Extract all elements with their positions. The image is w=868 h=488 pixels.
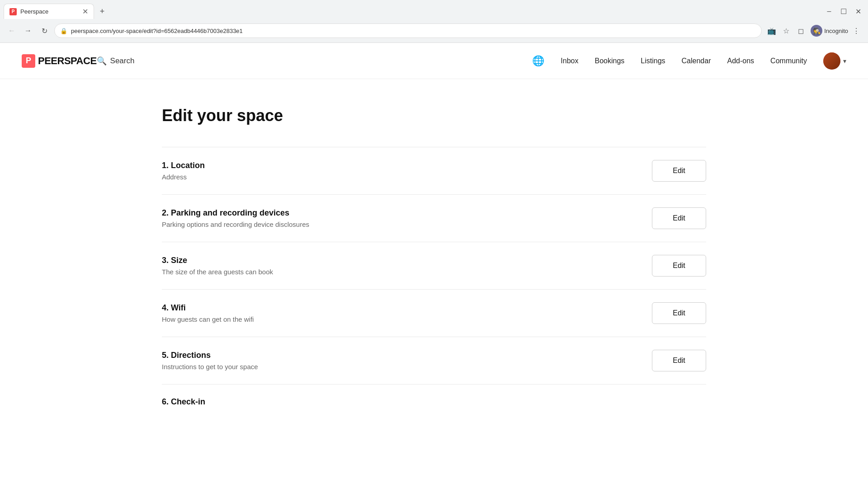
section-info-location: 1. Location Address	[162, 161, 652, 181]
section-info-checkin: 6. Check-in	[162, 397, 706, 409]
section-size: 3. Size The size of the area guests can …	[162, 242, 706, 289]
edit-parking-button[interactable]: Edit	[652, 207, 706, 229]
nav-addons[interactable]: Add-ons	[727, 57, 755, 65]
globe-icon[interactable]: 🌐	[532, 55, 544, 67]
avatar	[823, 52, 840, 70]
minimize-button[interactable]: –	[823, 5, 835, 18]
tab-title: Peerspace	[20, 8, 48, 15]
nav-listings[interactable]: Listings	[641, 57, 665, 65]
forward-button[interactable]: →	[22, 24, 34, 37]
edit-directions-button[interactable]: Edit	[652, 350, 706, 371]
nav-bookings[interactable]: Bookings	[594, 57, 624, 65]
search-icon: 🔍	[97, 56, 107, 66]
browser-menu-button[interactable]: ⋮	[850, 24, 863, 37]
browser-tab-active[interactable]: P Peerspace ✕	[4, 4, 94, 19]
search-label: Search	[110, 56, 135, 66]
new-tab-button[interactable]: +	[96, 5, 108, 18]
tab-favicon: P	[9, 8, 17, 15]
edit-location-button[interactable]: Edit	[652, 160, 706, 182]
browser-tab-bar: P Peerspace ✕ + – ☐ ✕	[0, 0, 868, 19]
section-checkin: 6. Check-in	[162, 384, 706, 422]
edit-size-button[interactable]: Edit	[652, 255, 706, 277]
section-title-parking: 2. Parking and recording devices	[162, 208, 652, 218]
cast-button[interactable]: 📺	[765, 24, 778, 37]
browser-actions: 📺 ☆ ◻ 🕵 Incognito ⋮	[765, 24, 863, 37]
section-title-size: 3. Size	[162, 256, 652, 265]
bookmark-button[interactable]: ☆	[780, 24, 793, 37]
section-location: 1. Location Address Edit	[162, 147, 706, 194]
section-wifi: 4. Wifi How guests can get on the wifi E…	[162, 289, 706, 337]
nav-calendar[interactable]: Calendar	[682, 57, 711, 65]
main-content: Edit your space 1. Location Address Edit…	[140, 79, 728, 449]
section-desc-directions: Instructions to get to your space	[162, 363, 652, 371]
tab-close-button[interactable]: ✕	[82, 7, 88, 16]
section-desc-wifi: How guests can get on the wifi	[162, 315, 652, 323]
incognito-label: Incognito	[824, 28, 848, 34]
logo-text: PEERSPACE	[38, 55, 97, 67]
chevron-down-icon: ▾	[843, 57, 846, 65]
section-parking: 2. Parking and recording devices Parking…	[162, 194, 706, 242]
site-header: P PEERSPACE 🔍 Search 🌐 Inbox Bookings Li…	[0, 43, 868, 79]
section-title-directions: 5. Directions	[162, 351, 652, 360]
section-directions: 5. Directions Instructions to get to you…	[162, 337, 706, 384]
avatar-image	[823, 52, 840, 70]
nav-inbox[interactable]: Inbox	[561, 57, 578, 65]
lock-icon: 🔒	[60, 28, 67, 34]
section-desc-location: Address	[162, 173, 652, 181]
restore-button[interactable]: ☐	[837, 5, 850, 18]
section-list: 1. Location Address Edit 2. Parking and …	[162, 147, 706, 422]
section-info-size: 3. Size The size of the area guests can …	[162, 256, 652, 276]
user-menu[interactable]: ▾	[823, 52, 846, 70]
main-nav: 🌐 Inbox Bookings Listings Calendar Add-o…	[532, 52, 846, 70]
close-window-button[interactable]: ✕	[852, 5, 864, 18]
back-button[interactable]: ←	[5, 24, 18, 37]
search-button[interactable]: 🔍 Search	[97, 56, 135, 66]
browser-nav-bar: ← → ↻ 🔒 peerspace.com/your-space/edit?id…	[0, 19, 868, 42]
section-title-wifi: 4. Wifi	[162, 303, 652, 313]
logo[interactable]: P PEERSPACE	[22, 54, 97, 68]
reload-button[interactable]: ↻	[38, 24, 51, 37]
section-title-location: 1. Location	[162, 161, 652, 170]
section-info-wifi: 4. Wifi How guests can get on the wifi	[162, 303, 652, 323]
section-desc-size: The size of the area guests can book	[162, 268, 652, 276]
logo-icon: P	[22, 54, 35, 68]
browser-chrome: P Peerspace ✕ + – ☐ ✕ ← → ↻ 🔒 peerspace.…	[0, 0, 868, 43]
section-info-parking: 2. Parking and recording devices Parking…	[162, 208, 652, 228]
address-bar[interactable]: 🔒 peerspace.com/your-space/edit?id=6562e…	[54, 23, 762, 38]
section-desc-parking: Parking options and recording device dis…	[162, 221, 652, 228]
page-title: Edit your space	[162, 106, 706, 125]
incognito-avatar: 🕵	[811, 25, 822, 37]
nav-community[interactable]: Community	[770, 57, 807, 65]
incognito-section[interactable]: 🕵 Incognito	[811, 25, 848, 37]
url-text: peerspace.com/your-space/edit?id=6562ead…	[71, 28, 243, 34]
section-info-directions: 5. Directions Instructions to get to you…	[162, 351, 652, 371]
edit-wifi-button[interactable]: Edit	[652, 302, 706, 324]
section-title-checkin: 6. Check-in	[162, 397, 706, 407]
profile-button[interactable]: ◻	[794, 24, 807, 37]
